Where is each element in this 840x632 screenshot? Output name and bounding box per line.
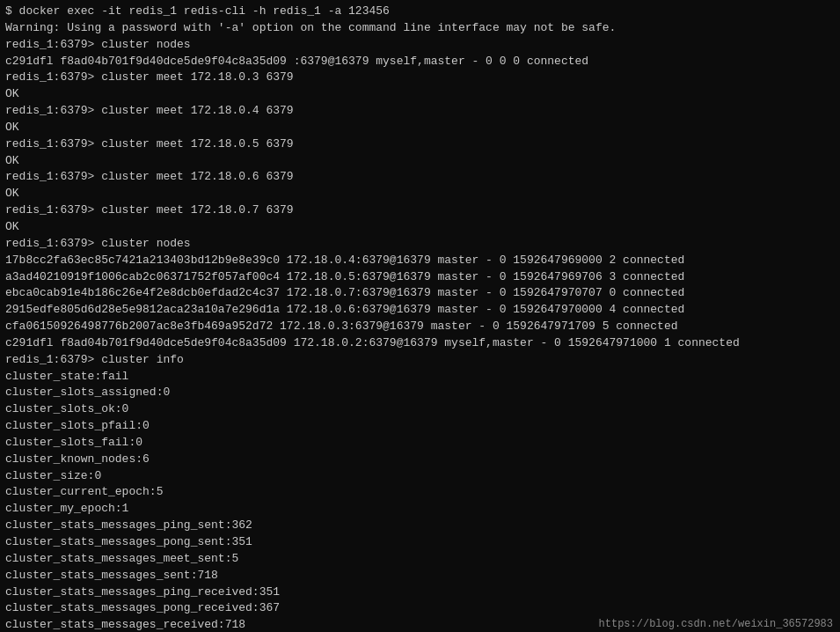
terminal-line: cluster_stats_messages_pong_sent:351	[5, 534, 835, 551]
terminal-line: redis_1:6379> cluster meet 172.18.0.5 63…	[5, 136, 835, 153]
terminal-line: cluster_slots_ok:0	[5, 401, 835, 418]
terminal-line: cluster_stats_messages_ping_sent:362	[5, 518, 835, 534]
terminal-line: OK	[5, 186, 835, 202]
terminal-line: c291dfl f8ad04b701f9d40dce5de9f04c8a35d0…	[5, 54, 835, 70]
terminal-line: cluster_stats_messages_ping_received:351	[5, 584, 835, 601]
terminal-window: $ docker exec -it redis_1 redis-cli -h r…	[0, 0, 840, 632]
terminal-line: redis_1:6379> cluster nodes	[5, 236, 835, 253]
terminal-line: cfa06150926498776b2007ac8e3fb469a952d72 …	[5, 319, 835, 335]
terminal-line: cluster_known_nodes:6	[5, 452, 835, 468]
terminal-line: cluster_size:0	[5, 468, 835, 485]
terminal-line: cluster_slots_pfail:0	[5, 418, 835, 435]
terminal-line: redis_1:6379> cluster nodes	[5, 37, 835, 54]
terminal-line: cluster_stats_messages_meet_sent:5	[5, 551, 835, 568]
terminal-line: cluster_state:fail	[5, 369, 835, 386]
footer-url: https://blog.csdn.net/weixin_36572983	[592, 616, 840, 632]
terminal-line: cluster_stats_messages_sent:718	[5, 568, 835, 584]
terminal-line: redis_1:6379> cluster meet 172.18.0.3 63…	[5, 70, 835, 86]
terminal-content: $ docker exec -it redis_1 redis-cli -h r…	[5, 4, 835, 632]
terminal-line: redis_1:6379> cluster meet 172.18.0.4 63…	[5, 103, 835, 120]
terminal-line: c291dfl f8ad04b701f9d40dce5de9f04c8a35d0…	[5, 335, 835, 352]
terminal-line: Warning: Using a password with '-a' opti…	[5, 20, 835, 37]
terminal-line: 17b8cc2fa63ec85c7421a213403bd12b9e8e39c0…	[5, 253, 835, 269]
terminal-line: redis_1:6379> cluster meet 172.18.0.6 63…	[5, 169, 835, 186]
terminal-line: $ docker exec -it redis_1 redis-cli -h r…	[5, 4, 835, 20]
terminal-line: a3ad40210919f1006cab2c06371752f057af00c4…	[5, 269, 835, 286]
terminal-line: cluster_current_epoch:5	[5, 484, 835, 501]
terminal-line: cluster_stats_messages_pong_received:367	[5, 600, 835, 617]
terminal-line: redis_1:6379> cluster info	[5, 352, 835, 369]
terminal-line: 2915edfe805d6d28e5e9812aca23a10a7e296d1a…	[5, 302, 835, 319]
terminal-line: OK	[5, 120, 835, 136]
terminal-line: redis_1:6379> cluster meet 172.18.0.7 63…	[5, 202, 835, 219]
terminal-line: OK	[5, 86, 835, 103]
terminal-line: cluster_slots_assigned:0	[5, 385, 835, 401]
terminal-line: ebca0cab91e4b186c26e4f2e8dcb0efdad2c4c37…	[5, 285, 835, 302]
terminal-line: cluster_my_epoch:1	[5, 501, 835, 518]
terminal-line: OK	[5, 153, 835, 170]
terminal-line: OK	[5, 219, 835, 236]
terminal-line: cluster_slots_fail:0	[5, 435, 835, 452]
